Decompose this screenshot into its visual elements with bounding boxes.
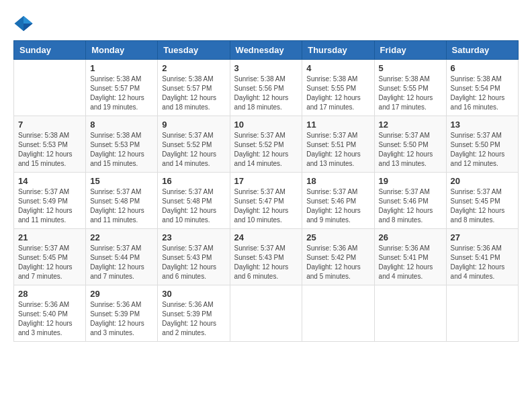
calendar-table: SundayMondayTuesdayWednesdayThursdayFrid… (13, 40, 519, 342)
calendar-cell (14, 60, 86, 116)
day-number: 21 (18, 232, 81, 242)
col-header-saturday: Saturday (446, 41, 518, 60)
calendar-cell (446, 285, 518, 342)
day-info: Sunrise: 5:37 AM Sunset: 5:50 PM Dayligh… (451, 131, 514, 169)
day-info: Sunrise: 5:36 AM Sunset: 5:39 PM Dayligh… (162, 300, 225, 338)
col-header-wednesday: Wednesday (230, 41, 302, 60)
day-info: Sunrise: 5:36 AM Sunset: 5:40 PM Dayligh… (18, 300, 81, 338)
day-number: 29 (90, 289, 153, 299)
day-number: 1 (90, 63, 153, 73)
day-info: Sunrise: 5:37 AM Sunset: 5:48 PM Dayligh… (162, 187, 225, 225)
calendar-cell: 13Sunrise: 5:37 AM Sunset: 5:50 PM Dayli… (446, 116, 518, 173)
day-number: 18 (306, 176, 369, 186)
day-number: 11 (306, 120, 369, 130)
calendar-cell: 12Sunrise: 5:37 AM Sunset: 5:50 PM Dayli… (374, 116, 446, 173)
calendar-cell: 19Sunrise: 5:37 AM Sunset: 5:46 PM Dayli… (374, 173, 446, 229)
calendar-cell: 17Sunrise: 5:37 AM Sunset: 5:47 PM Dayli… (230, 173, 302, 229)
day-number: 7 (18, 120, 81, 130)
calendar-cell: 1Sunrise: 5:38 AM Sunset: 5:57 PM Daylig… (86, 60, 158, 116)
day-number: 3 (234, 63, 298, 73)
day-number: 27 (451, 232, 514, 242)
calendar-cell: 25Sunrise: 5:36 AM Sunset: 5:42 PM Dayli… (302, 229, 374, 285)
day-number: 16 (162, 176, 225, 186)
col-header-sunday: Sunday (14, 41, 86, 60)
day-info: Sunrise: 5:36 AM Sunset: 5:41 PM Dayligh… (451, 244, 514, 281)
logo-icon (13, 13, 34, 34)
day-info: Sunrise: 5:37 AM Sunset: 5:47 PM Dayligh… (234, 187, 298, 225)
day-info: Sunrise: 5:37 AM Sunset: 5:43 PM Dayligh… (162, 244, 225, 281)
calendar-cell: 11Sunrise: 5:37 AM Sunset: 5:51 PM Dayli… (302, 116, 374, 173)
col-header-friday: Friday (374, 41, 446, 60)
calendar-week-row: 28Sunrise: 5:36 AM Sunset: 5:40 PM Dayli… (14, 285, 519, 342)
day-info: Sunrise: 5:37 AM Sunset: 5:45 PM Dayligh… (451, 187, 514, 225)
svg-marker-1 (24, 16, 33, 24)
calendar-cell: 26Sunrise: 5:36 AM Sunset: 5:41 PM Dayli… (374, 229, 446, 285)
day-number: 17 (234, 176, 298, 186)
day-info: Sunrise: 5:38 AM Sunset: 5:55 PM Dayligh… (379, 75, 442, 112)
day-number: 4 (306, 63, 369, 73)
day-info: Sunrise: 5:36 AM Sunset: 5:42 PM Dayligh… (306, 244, 369, 281)
day-info: Sunrise: 5:38 AM Sunset: 5:56 PM Dayligh… (234, 75, 298, 112)
calendar-cell: 8Sunrise: 5:38 AM Sunset: 5:53 PM Daylig… (86, 116, 158, 173)
day-number: 20 (451, 176, 514, 186)
day-info: Sunrise: 5:37 AM Sunset: 5:46 PM Dayligh… (379, 187, 442, 225)
day-info: Sunrise: 5:38 AM Sunset: 5:57 PM Dayligh… (90, 75, 153, 112)
day-number: 28 (18, 289, 81, 299)
calendar-cell: 24Sunrise: 5:37 AM Sunset: 5:43 PM Dayli… (230, 229, 302, 285)
calendar-week-row: 14Sunrise: 5:37 AM Sunset: 5:49 PM Dayli… (14, 173, 519, 229)
calendar-cell: 9Sunrise: 5:37 AM Sunset: 5:52 PM Daylig… (158, 116, 230, 173)
day-number: 6 (451, 63, 514, 73)
calendar-cell: 15Sunrise: 5:37 AM Sunset: 5:48 PM Dayli… (86, 173, 158, 229)
calendar-week-row: 1Sunrise: 5:38 AM Sunset: 5:57 PM Daylig… (14, 60, 519, 116)
day-info: Sunrise: 5:38 AM Sunset: 5:57 PM Dayligh… (162, 75, 225, 112)
calendar-cell: 16Sunrise: 5:37 AM Sunset: 5:48 PM Dayli… (158, 173, 230, 229)
day-info: Sunrise: 5:38 AM Sunset: 5:53 PM Dayligh… (18, 131, 81, 169)
calendar-cell: 7Sunrise: 5:38 AM Sunset: 5:53 PM Daylig… (14, 116, 86, 173)
calendar-cell (302, 285, 374, 342)
day-number: 5 (379, 63, 442, 73)
day-info: Sunrise: 5:37 AM Sunset: 5:48 PM Dayligh… (90, 187, 153, 225)
day-number: 14 (18, 176, 81, 186)
calendar-cell: 10Sunrise: 5:37 AM Sunset: 5:52 PM Dayli… (230, 116, 302, 173)
day-number: 10 (234, 120, 298, 130)
calendar-cell (230, 285, 302, 342)
day-info: Sunrise: 5:38 AM Sunset: 5:54 PM Dayligh… (451, 75, 514, 112)
calendar-cell: 5Sunrise: 5:38 AM Sunset: 5:55 PM Daylig… (374, 60, 446, 116)
day-info: Sunrise: 5:37 AM Sunset: 5:50 PM Dayligh… (379, 131, 442, 169)
calendar-cell (374, 285, 446, 342)
calendar-cell: 18Sunrise: 5:37 AM Sunset: 5:46 PM Dayli… (302, 173, 374, 229)
day-info: Sunrise: 5:36 AM Sunset: 5:39 PM Dayligh… (90, 300, 153, 338)
day-number: 2 (162, 63, 225, 73)
calendar-week-row: 7Sunrise: 5:38 AM Sunset: 5:53 PM Daylig… (14, 116, 519, 173)
day-number: 8 (90, 120, 153, 130)
day-number: 13 (451, 120, 514, 130)
calendar-cell: 14Sunrise: 5:37 AM Sunset: 5:49 PM Dayli… (14, 173, 86, 229)
day-info: Sunrise: 5:36 AM Sunset: 5:41 PM Dayligh… (379, 244, 442, 281)
day-number: 12 (379, 120, 442, 130)
day-number: 15 (90, 176, 153, 186)
day-info: Sunrise: 5:37 AM Sunset: 5:46 PM Dayligh… (306, 187, 369, 225)
day-info: Sunrise: 5:37 AM Sunset: 5:52 PM Dayligh… (162, 131, 225, 169)
calendar-cell: 23Sunrise: 5:37 AM Sunset: 5:43 PM Dayli… (158, 229, 230, 285)
calendar-cell: 30Sunrise: 5:36 AM Sunset: 5:39 PM Dayli… (158, 285, 230, 342)
day-info: Sunrise: 5:37 AM Sunset: 5:43 PM Dayligh… (234, 244, 298, 281)
col-header-tuesday: Tuesday (158, 41, 230, 60)
col-header-monday: Monday (86, 41, 158, 60)
calendar-cell: 22Sunrise: 5:37 AM Sunset: 5:44 PM Dayli… (86, 229, 158, 285)
day-number: 19 (379, 176, 442, 186)
day-info: Sunrise: 5:37 AM Sunset: 5:45 PM Dayligh… (18, 244, 81, 281)
calendar-cell: 4Sunrise: 5:38 AM Sunset: 5:55 PM Daylig… (302, 60, 374, 116)
calendar-cell: 3Sunrise: 5:38 AM Sunset: 5:56 PM Daylig… (230, 60, 302, 116)
day-number: 9 (162, 120, 225, 130)
day-info: Sunrise: 5:37 AM Sunset: 5:49 PM Dayligh… (18, 187, 81, 225)
day-info: Sunrise: 5:37 AM Sunset: 5:44 PM Dayligh… (90, 244, 153, 281)
calendar-cell: 27Sunrise: 5:36 AM Sunset: 5:41 PM Dayli… (446, 229, 518, 285)
day-number: 22 (90, 232, 153, 242)
calendar-week-row: 21Sunrise: 5:37 AM Sunset: 5:45 PM Dayli… (14, 229, 519, 285)
day-info: Sunrise: 5:37 AM Sunset: 5:51 PM Dayligh… (306, 131, 369, 169)
svg-marker-2 (24, 24, 33, 31)
day-number: 30 (162, 289, 225, 299)
day-number: 25 (306, 232, 369, 242)
day-info: Sunrise: 5:38 AM Sunset: 5:53 PM Dayligh… (90, 131, 153, 169)
page-header (13, 13, 519, 34)
